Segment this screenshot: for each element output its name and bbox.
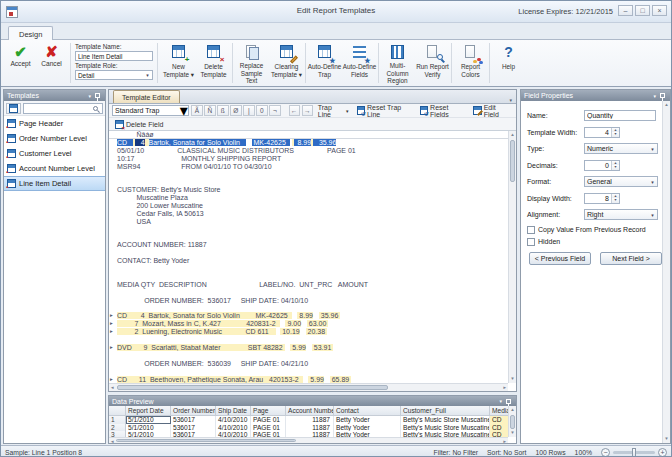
template-role-select[interactable]: Detail ▾: [75, 70, 153, 80]
field-block[interactable]: CD 11 Beethoven, Pathetique Sonata, Arau…: [117, 376, 303, 383]
field-block[interactable]: DVD 9 Scarlatti, Stabat Mater SBT 48282: [117, 344, 285, 351]
scroll-right-icon[interactable]: ►: [503, 385, 507, 390]
next-field-button[interactable]: Next Field >: [600, 252, 662, 265]
run-report-verify-button[interactable]: Run ReportVerify: [415, 41, 450, 85]
editor-vertical-scrollbar[interactable]: ▲ ▼: [508, 131, 516, 383]
editor-line[interactable]: 10:17 MONTHLY SHIPPING REPORT: [109, 155, 516, 163]
reset-fields-button[interactable]: ↺ Reset Fields: [417, 105, 469, 117]
field-block[interactable]: Bartok, Sonata for Solo Violin: [149, 139, 246, 146]
maximize-button[interactable]: □: [635, 5, 650, 16]
editor-line[interactable]: [109, 234, 516, 242]
cancel-button[interactable]: ✘ Cancel: [36, 41, 67, 85]
field-block[interactable]: 5.99: [290, 344, 306, 351]
grid-cell[interactable]: 536017: [171, 416, 216, 424]
grid-vertical-scrollbar[interactable]: ▲ ▼: [508, 406, 516, 437]
clearing-template-button[interactable]: ClearingTemplate ▾: [269, 41, 304, 85]
column-header-row-number[interactable]: [109, 406, 126, 416]
report-sample-editor[interactable]: ÑâáøCD 4 Bartok, Sonata for Solo Violin …: [109, 131, 516, 384]
trap-char-button[interactable]: 0: [256, 105, 268, 116]
grid-cell[interactable]: 4/10/2010: [216, 424, 251, 432]
spin-down-icon[interactable]: ▼: [612, 165, 619, 170]
field-block[interactable]: 65.89: [330, 376, 351, 383]
scroll-right-icon[interactable]: ►: [503, 439, 507, 444]
replace-sample-text-button[interactable]: ReplaceSample Text: [234, 41, 269, 85]
checkbox-hidden[interactable]: Hidden: [527, 238, 664, 246]
field-block[interactable]: CD: [117, 139, 133, 146]
editor-horizontal-scrollbar[interactable]: ◄ ►: [109, 383, 508, 391]
editor-line[interactable]: USA: [109, 218, 516, 226]
field-block[interactable]: 35.96: [313, 139, 336, 146]
trap-char-button[interactable]: ß: [217, 105, 229, 116]
panel-menu-icon[interactable]: ▾: [88, 93, 91, 99]
grid-cell[interactable]: Betty Yoder: [334, 424, 401, 432]
template-width-spinner[interactable]: 4▲▼: [584, 127, 620, 138]
editor-line[interactable]: [109, 352, 516, 360]
editor-line[interactable]: ▸CD 4 Bartok, Sonata for Solo Violin MK-…: [109, 312, 516, 320]
field-block[interactable]: 8.99: [297, 312, 313, 319]
delete-template-button[interactable]: ×DeleteTemplate: [196, 41, 231, 85]
field-block[interactable]: 2 Luening, Electronic Music CD 611: [117, 328, 276, 335]
grid-cell[interactable]: 5/1/2010: [126, 416, 171, 424]
editor-line[interactable]: CONTACT: Betty Yoder: [109, 257, 516, 265]
grid-cell[interactable]: 5/1/2010: [126, 424, 171, 432]
zoom-in-button[interactable]: +: [658, 448, 667, 457]
template-item-page-header[interactable]: ▪Page Header: [4, 116, 105, 131]
close-button[interactable]: ×: [652, 5, 667, 16]
editor-line[interactable]: [109, 226, 516, 234]
column-header-report-date[interactable]: Report Date: [126, 406, 171, 416]
grid-cell[interactable]: Betty's Music Store Muscatine...: [401, 424, 490, 432]
editor-line[interactable]: 05/01/10 CLASSICAL MUSIC DISTRIBUTORS PA…: [109, 147, 516, 155]
scrollbar-thumb[interactable]: [117, 385, 388, 390]
panel-vertical-scrollbar[interactable]: ▲ ▼: [662, 101, 670, 443]
field-block[interactable]: 7 Mozart, Mass in C, K.427 420831-2: [117, 320, 280, 327]
grid-cell[interactable]: 4/10/2010: [216, 416, 251, 424]
editor-line[interactable]: [109, 273, 516, 281]
template-filter-button[interactable]: [6, 103, 21, 114]
panel-menu-icon[interactable]: ▾: [653, 93, 656, 99]
scroll-up-icon[interactable]: ▲: [663, 101, 670, 109]
scroll-up-icon[interactable]: ▲: [509, 406, 516, 414]
editor-line[interactable]: [109, 249, 516, 257]
grid-cell[interactable]: 1: [109, 416, 126, 424]
move-trap-left-button[interactable]: ←: [289, 105, 300, 116]
column-header-page[interactable]: Page: [251, 406, 286, 416]
grid-cell[interactable]: 11887: [286, 416, 334, 424]
editor-line[interactable]: [109, 170, 516, 178]
editor-line[interactable]: [109, 178, 516, 186]
report-colors-button[interactable]: ReportColors: [453, 41, 488, 85]
grid-cell[interactable]: Betty Yoder: [334, 416, 401, 424]
alignment-select[interactable]: Right▾: [584, 209, 658, 220]
editor-line[interactable]: MSR94 FROM 04/01/10 TO 04/30/10: [109, 163, 516, 171]
type-select[interactable]: Numeric▾: [584, 143, 658, 154]
spin-down-icon[interactable]: ▼: [612, 198, 619, 203]
panel-menu-icon[interactable]: ▾: [499, 398, 502, 404]
tabstrip-menu-icon[interactable]: ▾: [509, 97, 512, 103]
field-block[interactable]: 53.91: [312, 344, 333, 351]
grid-cell[interactable]: CD: [490, 416, 508, 424]
column-header-account-number[interactable]: Account Number: [286, 406, 334, 416]
column-header-customer-full[interactable]: Customer_Full: [401, 406, 490, 416]
editor-line[interactable]: [109, 336, 516, 344]
editor-line[interactable]: MEDIA QTY DESCRIPTION LABEL/NO. UNT_PRC …: [109, 281, 516, 289]
decimals-spinner[interactable]: 0▲▼: [584, 160, 620, 171]
field-block[interactable]: 20.38: [306, 328, 327, 335]
template-item-line-item-detail[interactable]: ▪Line Item Detail: [4, 176, 105, 191]
scroll-left-icon[interactable]: ◄: [110, 385, 114, 390]
field-block[interactable]: 5.99: [308, 376, 324, 383]
column-header-ship-date[interactable]: Ship Date: [216, 406, 251, 416]
scroll-left-icon[interactable]: ◄: [110, 439, 114, 444]
template-item-order-number-level[interactable]: ▪Order Number Level: [4, 131, 105, 146]
checkbox-box[interactable]: [527, 226, 535, 234]
editor-line[interactable]: [109, 289, 516, 297]
help-button[interactable]: ?Help: [491, 41, 526, 85]
editor-line[interactable]: [109, 368, 516, 376]
trap-char-button[interactable]: |: [243, 105, 255, 116]
trap-type-select[interactable]: Standard Trap ▾: [112, 105, 189, 116]
display-width-spinner[interactable]: 8▲▼: [584, 193, 620, 204]
zoom-out-button[interactable]: −: [601, 448, 610, 457]
sort-status[interactable]: Sort: No Sort: [487, 449, 526, 456]
editor-line[interactable]: ORDER NUMBER: 536017 SHIP DATE: 04/10/10: [109, 297, 516, 305]
field-block[interactable]: 63.00: [307, 320, 328, 327]
column-header-contact[interactable]: Contact: [334, 406, 401, 416]
field-block[interactable]: MK-42625: [252, 139, 290, 146]
